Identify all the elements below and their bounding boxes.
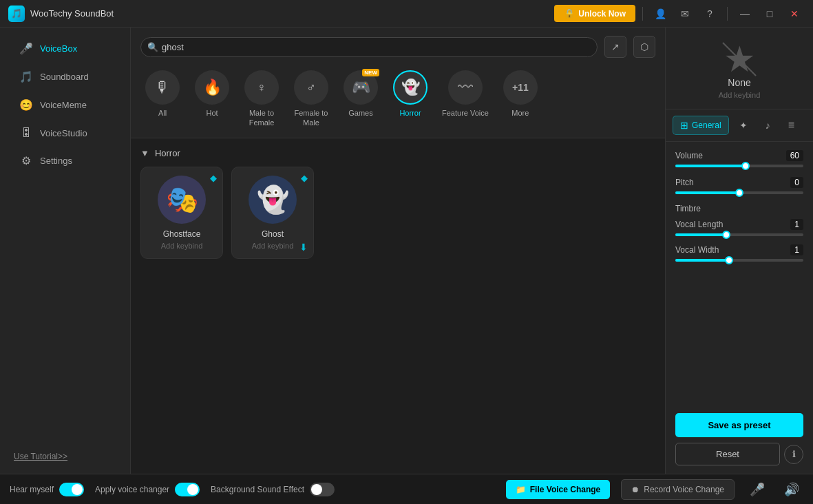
category-feature-icon: 〰	[448, 70, 483, 105]
voicestudio-icon: 🎛	[19, 127, 33, 139]
speaker-icon: 🔊	[784, 482, 799, 497]
hear-myself-knob	[72, 484, 83, 495]
vocal-width-fill	[675, 259, 729, 262]
apply-voice-changer-toggle[interactable]	[175, 483, 200, 496]
app-logo: 🎵	[8, 6, 25, 22]
controls-area: Volume 60 Pitch 0	[666, 142, 813, 405]
category-hot[interactable]: 🔥 Hot	[190, 67, 234, 131]
timbre-section: Timbre Vocal Length 1 Vocal Width	[675, 204, 803, 262]
diamond-icon-ghostface: ◆	[210, 173, 217, 183]
pitch-fill	[675, 191, 739, 194]
category-horror-icon: 👻	[393, 70, 427, 105]
separator	[642, 7, 643, 21]
sidebar: 🎤 VoiceBox 🎵 Soundboard 😊 VoiceMeme 🎛 Vo…	[0, 28, 131, 474]
search-input[interactable]	[140, 37, 598, 57]
hear-myself-group: Hear myself	[10, 483, 84, 496]
close-button[interactable]: ✕	[784, 3, 805, 24]
pitch-slider[interactable]	[675, 191, 803, 194]
category-all[interactable]: 🎙 All	[140, 67, 184, 131]
vocal-width-thumb[interactable]	[725, 256, 733, 264]
voice-name-ghost: Ghost	[262, 229, 284, 239]
volume-thumb[interactable]	[741, 162, 750, 170]
tab-music[interactable]: ♪	[758, 116, 778, 135]
category-hot-icon: 🔥	[195, 70, 229, 105]
general-tab-icon: ⊞	[680, 120, 688, 131]
category-female-male-icon: ♂	[294, 70, 328, 105]
vocal-width-value: 1	[790, 244, 803, 255]
bottom-bar: Hear myself Apply voice changer Backgrou…	[0, 474, 813, 504]
category-feature-voice[interactable]: 〰 Feature Voice	[438, 67, 493, 131]
vocal-width-slider[interactable]	[675, 259, 803, 262]
unlock-button[interactable]: 🔒 Unlock Now	[554, 5, 635, 22]
pitch-label: Pitch	[675, 178, 694, 187]
voice-card-ghost[interactable]: ◆ 👻 Ghost Add keybind ⬇	[231, 167, 314, 259]
tab-effects[interactable]: ✦	[732, 116, 755, 135]
download-icon-ghost: ⬇	[299, 242, 308, 253]
category-horror[interactable]: 👻 Horror	[388, 67, 432, 131]
preset-keybind-label[interactable]: Add keybind	[719, 91, 761, 99]
save-preset-button[interactable]: Save as preset	[675, 413, 803, 437]
tab-equalizer[interactable]: ≡	[781, 115, 802, 136]
sidebar-label-voicememe: VoiceMeme	[40, 100, 87, 110]
vocal-length-control: Vocal Length 1	[675, 219, 803, 236]
effects-tab-icon: ✦	[739, 120, 748, 131]
volume-label-row: Volume 60	[675, 150, 803, 161]
maximize-button[interactable]: □	[759, 3, 780, 24]
category-more[interactable]: +11 More	[498, 67, 542, 131]
reset-button[interactable]: Reset	[675, 443, 780, 465]
voice-keybind-ghost[interactable]: Add keybind	[252, 242, 294, 250]
mic-button[interactable]: 🎤	[746, 478, 769, 501]
volume-value: 60	[786, 150, 803, 161]
voice-img-ghost: 👻	[249, 176, 297, 224]
record-voice-change-button[interactable]: ⏺ Record Voice Change	[621, 479, 735, 500]
volume-label: Volume	[675, 151, 703, 160]
voice-keybind-ghostface[interactable]: Add keybind	[161, 242, 203, 250]
category-games[interactable]: 🎮 NEW Games	[339, 67, 383, 131]
preset-icon: ★	[724, 41, 756, 77]
apply-voice-changer-knob	[187, 484, 198, 495]
category-female-male[interactable]: ♂ Female toMale	[289, 67, 333, 131]
vocal-length-slider[interactable]	[675, 233, 803, 236]
vocal-width-label: Vocal Width	[675, 245, 719, 255]
diamond-icon-ghost: ◆	[301, 173, 308, 183]
background-sound-knob	[311, 484, 322, 495]
hear-myself-toggle[interactable]	[59, 483, 84, 496]
category-all-label: All	[158, 108, 167, 118]
music-tab-icon: ♪	[766, 120, 770, 131]
volume-slider[interactable]	[675, 165, 803, 167]
voice-card-ghostface[interactable]: ◆ 🎭 Ghostface Add keybind	[140, 167, 223, 259]
speaker-button[interactable]: 🔊	[780, 478, 803, 501]
tutorial-link[interactable]: Use Tutorial>>	[0, 446, 130, 467]
info-button[interactable]: ℹ	[784, 445, 803, 464]
file-voice-change-button[interactable]: 📁 File Voice Change	[506, 480, 610, 499]
section-chevron[interactable]: ▼	[140, 148, 149, 158]
voice-name-ghostface: Ghostface	[163, 229, 201, 239]
category-games-icon: 🎮 NEW	[344, 70, 378, 105]
sidebar-item-voicebox[interactable]: 🎤 VoiceBox	[6, 35, 125, 62]
sidebar-item-voicestudio[interactable]: 🎛 VoiceStudio	[6, 120, 125, 146]
export-button[interactable]: ↗	[604, 36, 626, 58]
title-bar: 🎵 WooTechy SoundBot 🔒 Unlock Now 👤 ✉ ? —…	[0, 0, 813, 28]
right-panel-buttons: Save as preset Reset ℹ	[666, 405, 813, 474]
sidebar-item-soundboard[interactable]: 🎵 Soundboard	[6, 63, 125, 90]
new-badge: NEW	[362, 69, 379, 76]
help-button[interactable]: ?	[699, 3, 720, 24]
category-more-icon: +11	[503, 70, 538, 105]
file-voice-label: File Voice Change	[530, 485, 600, 494]
sidebar-item-settings[interactable]: ⚙ Settings	[6, 147, 125, 174]
background-sound-group: Background Sound Effect	[211, 483, 335, 496]
mail-button[interactable]: ✉	[675, 3, 695, 24]
sidebar-label-settings: Settings	[40, 156, 72, 166]
category-male-female[interactable]: ♀ Male toFemale	[240, 67, 284, 131]
account-button[interactable]: 👤	[650, 3, 671, 24]
tab-general[interactable]: ⊞ General	[673, 116, 729, 135]
reset-row: Reset ℹ	[675, 443, 803, 465]
voice-grid: ◆ 🎭 Ghostface Add keybind ◆ 👻 Ghost Add …	[140, 167, 655, 259]
3d-view-button[interactable]: ⬡	[633, 36, 655, 58]
sidebar-item-voicememe[interactable]: 😊 VoiceMeme	[6, 92, 125, 118]
search-wrap: 🔍	[140, 37, 598, 57]
background-sound-toggle[interactable]	[310, 483, 335, 496]
vocal-length-thumb[interactable]	[722, 231, 730, 239]
pitch-thumb[interactable]	[735, 189, 743, 197]
minimize-button[interactable]: —	[735, 3, 755, 24]
